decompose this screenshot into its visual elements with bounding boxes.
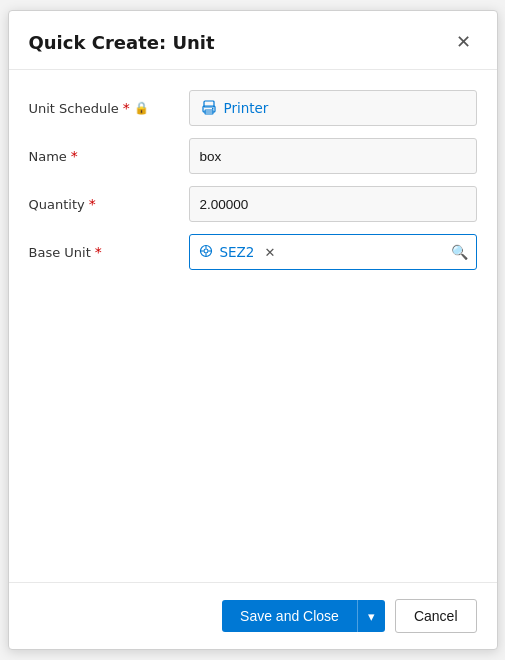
save-and-close-button[interactable]: Save and Close — [222, 600, 357, 632]
lock-icon: 🔒 — [134, 101, 149, 115]
dialog-body: Unit Schedule * 🔒 Printer — [9, 70, 497, 582]
cancel-button[interactable]: Cancel — [395, 599, 477, 633]
base-unit-field[interactable]: SEZ2 ✕ 🔍 — [189, 234, 477, 270]
quantity-input[interactable] — [200, 197, 466, 212]
printer-icon — [200, 99, 218, 117]
quick-create-dialog: Quick Create: Unit ✕ Unit Schedule * 🔒 — [8, 10, 498, 650]
quantity-label: Quantity * — [29, 196, 189, 212]
unit-schedule-row: Unit Schedule * 🔒 Printer — [29, 90, 477, 126]
lookup-clear-button[interactable]: ✕ — [264, 245, 275, 260]
base-unit-row: Base Unit * SEZ2 — [29, 234, 477, 270]
name-label: Name * — [29, 148, 189, 164]
close-button[interactable]: ✕ — [450, 29, 477, 55]
base-unit-value: SEZ2 — [220, 244, 255, 260]
lookup-inner: SEZ2 ✕ — [198, 243, 445, 262]
chevron-down-icon: ▾ — [368, 609, 375, 624]
name-field[interactable] — [189, 138, 477, 174]
required-star-name: * — [71, 148, 78, 164]
name-row: Name * — [29, 138, 477, 174]
unit-schedule-label: Unit Schedule * 🔒 — [29, 100, 189, 116]
unit-schedule-link[interactable]: Printer — [200, 99, 269, 117]
dialog-title: Quick Create: Unit — [29, 32, 215, 53]
required-star: * — [123, 100, 130, 116]
close-icon: ✕ — [456, 31, 471, 53]
base-unit-label: Base Unit * — [29, 244, 189, 260]
lookup-unit-icon — [198, 243, 214, 262]
required-star-base-unit: * — [95, 244, 102, 260]
svg-rect-3 — [212, 108, 214, 110]
dialog-footer: Save and Close ▾ Cancel — [9, 582, 497, 649]
quantity-field[interactable] — [189, 186, 477, 222]
unit-schedule-field[interactable]: Printer — [189, 90, 477, 126]
save-chevron-button[interactable]: ▾ — [357, 600, 385, 632]
dialog-header: Quick Create: Unit ✕ — [9, 11, 497, 70]
save-button-group: Save and Close ▾ — [222, 600, 385, 632]
required-star-quantity: * — [89, 196, 96, 212]
svg-point-5 — [204, 249, 208, 253]
name-input[interactable] — [200, 149, 466, 164]
lookup-search-button[interactable]: 🔍 — [451, 244, 468, 260]
quantity-row: Quantity * — [29, 186, 477, 222]
